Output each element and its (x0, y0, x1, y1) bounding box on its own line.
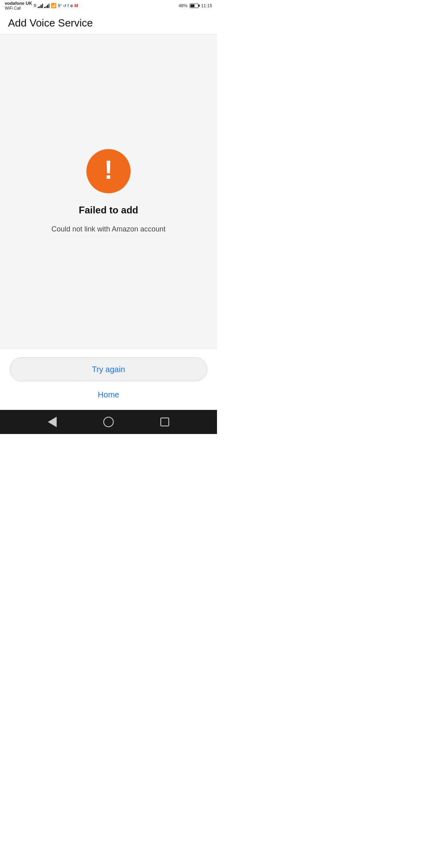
signal-bars-1 (38, 3, 43, 8)
status-bar-right: 48% 11:15 (178, 3, 212, 8)
home-circle-icon (103, 417, 114, 427)
temperature: 9° (58, 4, 62, 8)
recents-square-icon (160, 418, 169, 426)
gmail-icon: M (74, 3, 78, 8)
nav-home-button[interactable] (100, 414, 117, 430)
page-header: Add Voice Service (0, 11, 217, 35)
battery-icon (190, 4, 199, 8)
signal-bars-2 (44, 3, 49, 8)
roaming-indicator: R (34, 4, 37, 8)
main-content: ! Failed to add Could not link with Amaz… (0, 35, 217, 349)
carrier-info: vodafone UK WiFi Call (5, 1, 32, 10)
error-title: Failed to add (79, 205, 138, 216)
wifi-icon: 📶 (51, 3, 57, 8)
time-display: 11:15 (201, 3, 212, 8)
notification-icon: ⊕ (70, 4, 73, 8)
status-bar-left: vodafone UK WiFi Call R 📶 9° (5, 1, 78, 10)
nav-recents-button[interactable] (157, 414, 173, 430)
back-triangle-icon (48, 417, 57, 427)
try-again-button[interactable]: Try again (10, 357, 207, 381)
page-title: Add Voice Service (8, 17, 209, 29)
error-icon-container: ! (86, 149, 131, 193)
status-icons: R 📶 9° ↺ f ⊕ (34, 3, 78, 8)
exclamation-icon: ! (104, 157, 113, 183)
nav-bar (0, 410, 217, 434)
facebook-icon: f (68, 4, 69, 8)
status-bar: vodafone UK WiFi Call R 📶 9° (0, 0, 217, 11)
carrier-name: vodafone UK (5, 1, 32, 6)
battery-percentage: 48% (178, 3, 187, 8)
nav-back-button[interactable] (44, 414, 60, 430)
error-description: Could not link with Amazon account (51, 224, 166, 235)
carrier-subtext: WiFi Call (5, 6, 32, 10)
buttons-area: Try again Home (0, 349, 217, 410)
home-button[interactable]: Home (90, 386, 127, 403)
sync-icon: ↺ (63, 4, 66, 8)
